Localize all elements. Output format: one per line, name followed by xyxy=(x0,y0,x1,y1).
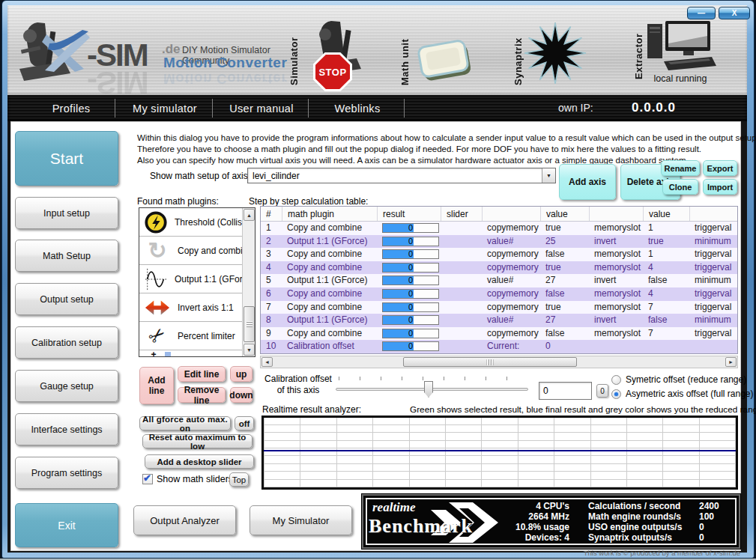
table-cell: 0 xyxy=(377,340,441,353)
my-simulator-button[interactable]: My Simulator xyxy=(250,505,352,535)
menu-separator xyxy=(404,99,405,118)
table-row[interactable]: 10Calibration offset0Current:0 xyxy=(261,340,737,353)
table-row[interactable]: 9Copy and combine0copymemoryfalsememorys… xyxy=(261,327,737,341)
sidebar-item-calibration-setup[interactable]: Calibration setup xyxy=(15,326,118,359)
chevron-down-icon[interactable]: ▼ xyxy=(542,168,555,183)
scroll-up-icon[interactable]: ▲ xyxy=(244,209,255,221)
table-header-cell: value xyxy=(643,207,689,221)
top-button[interactable]: Top xyxy=(229,472,249,487)
sidebar-item-gauge-setup[interactable]: Gauge setup xyxy=(15,370,118,402)
add-line-button[interactable]: Add line xyxy=(139,367,174,404)
calibration-offset-value: 0 xyxy=(543,386,548,396)
output-analyzer-button[interactable]: Output Analyzer xyxy=(133,505,236,535)
show-math-sliders-checkbox[interactable]: ✔ xyxy=(142,474,153,484)
axis-select-dropdown[interactable]: levi_cilinder ▼ xyxy=(247,168,556,183)
close-button[interactable]: X xyxy=(719,7,750,19)
result-bar-value: 0 xyxy=(383,302,438,313)
remove-line-button[interactable]: Remove line xyxy=(178,387,226,403)
menu-item-user-manual[interactable]: User manual xyxy=(217,95,306,121)
sidebar-item-interface-settings[interactable]: Interface settings xyxy=(15,413,118,445)
lightning-icon xyxy=(144,210,168,234)
table-cell: memoryslot xyxy=(589,222,643,235)
sidebar-item-program-settings[interactable]: Program settings xyxy=(15,457,118,489)
table-cell: triggerval xyxy=(689,261,738,275)
table-cell: 4 xyxy=(261,261,282,275)
plugins-listbox: Threshold (Collision) ↻ Copy and combine… xyxy=(139,207,255,357)
table-cell xyxy=(643,340,689,353)
table-cell: 6 xyxy=(261,287,282,301)
table-cell: 25 xyxy=(540,235,589,249)
sidebar-item-start[interactable]: Start xyxy=(15,131,118,186)
calibration-label-line1: Calibration offset xyxy=(261,374,336,384)
scroll-right-icon[interactable]: ► xyxy=(725,357,737,367)
table-row[interactable]: 2Output 1:1 (GForce)0value#25inverttruem… xyxy=(261,235,737,249)
gforce-off-button[interactable]: off xyxy=(235,416,254,430)
radio-icon[interactable] xyxy=(611,375,621,385)
table-cell: Copy and combine xyxy=(282,327,377,341)
table-cell: 1 xyxy=(643,222,689,235)
gforce-auto-max-on-button[interactable]: All gforce auto max. on xyxy=(139,416,231,430)
table-row[interactable]: 4Copy and combine0copymemorytruememorysl… xyxy=(261,261,737,275)
table-cell xyxy=(689,340,738,353)
clone-axis-button[interactable]: Clone xyxy=(662,179,698,195)
table-cell: Output 1:1 (GForce) xyxy=(282,274,377,287)
radio-asymetric-offset[interactable]: Asymetric axis offset (full range) xyxy=(611,389,754,399)
plugin-item-percent-limiter[interactable]: ✂ Percent limiter xyxy=(139,322,255,350)
plugins-scrollbar-thumb[interactable] xyxy=(244,306,255,342)
sine-wave-icon xyxy=(144,267,168,291)
menu-item-weblinks[interactable]: Weblinks xyxy=(313,95,402,121)
add-desktop-slider-button[interactable]: Add a desktop slider xyxy=(145,454,254,469)
import-axis-button[interactable]: Import xyxy=(703,179,737,195)
sidebar-item-output-setup[interactable]: Output setup xyxy=(15,283,118,315)
sidebar-item-math-setup[interactable]: Math Setup xyxy=(15,240,118,272)
minimize-button[interactable]: — xyxy=(687,7,716,19)
plugin-item-threshold[interactable]: Threshold (Collision) xyxy=(139,208,255,237)
radio-symetric-offset[interactable]: Symetric offset (reduce range) xyxy=(611,374,746,385)
table-row[interactable]: 6Copy and combine0copymemoryfalsememorys… xyxy=(261,287,737,301)
close-icon: X xyxy=(732,9,737,17)
own-ip-value: 0.0.0.0 xyxy=(632,100,676,115)
calibration-reset-button[interactable]: 0 xyxy=(596,384,608,398)
scroll-left-icon[interactable]: ◄ xyxy=(261,357,273,367)
plugin-item-copy-combine[interactable]: ↻ Copy and combine xyxy=(139,237,255,265)
edit-line-button[interactable]: Edit line xyxy=(178,366,226,382)
rename-axis-button[interactable]: Rename xyxy=(661,160,700,176)
table-row[interactable]: 3Copy and combine0copymemoryfalsememorys… xyxy=(261,248,737,261)
table-cell: value# xyxy=(482,235,540,249)
show-math-sliders-row: ✔ Show math sliders xyxy=(142,474,233,484)
table-row[interactable]: 1Copy and combine0copymemorytruememorysl… xyxy=(261,222,737,235)
table-cell xyxy=(441,274,482,287)
table-hscrollbar-thumb[interactable] xyxy=(403,357,577,367)
table-cell: false xyxy=(540,248,589,261)
result-bar: 0 xyxy=(382,329,439,338)
table-row[interactable]: 8Output 1:1 (GForce)0value#27invertfalse… xyxy=(261,314,737,327)
add-axis-button[interactable]: Add axis xyxy=(559,164,616,200)
scroll-down-icon[interactable]: ▼ xyxy=(244,344,255,356)
table-row[interactable]: 7Copy and combine0copymemorytruememorysl… xyxy=(261,301,737,314)
axis-selector-label: Show math setup of axis: xyxy=(150,171,250,181)
export-axis-button[interactable]: Export xyxy=(703,160,737,176)
plugin-item-output-gforce[interactable]: Output 1:1 (GForce) xyxy=(139,265,255,293)
plugins-scrollbar[interactable]: ▲ ▼ xyxy=(242,208,255,356)
module-label-simulator: Simulator xyxy=(288,22,300,85)
move-down-button[interactable]: down xyxy=(230,387,252,403)
reset-auto-maximum-button[interactable]: Reset auto maximum to low xyxy=(142,434,252,448)
radio-icon-selected[interactable] xyxy=(611,389,621,399)
logo-reflection: -SIM xyxy=(87,64,148,100)
table-cell: 4 xyxy=(643,261,689,275)
table-cell xyxy=(441,261,482,275)
table-cell: minimum xyxy=(689,314,738,327)
table-cell: 0 xyxy=(377,287,441,301)
calibration-slider-ticks xyxy=(339,377,526,380)
sidebar-item-exit[interactable]: Exit xyxy=(15,503,118,547)
plugin-item-invert-axis[interactable]: Invert axis 1:1 xyxy=(139,293,255,322)
table-row[interactable]: 5Output 1:1 (GForce)0value#27invertfalse… xyxy=(261,274,737,287)
sidebar-item-input-setup[interactable]: Input setup xyxy=(15,197,118,229)
table-cell: copymemory xyxy=(482,261,540,275)
calibration-offset-input[interactable]: 0 xyxy=(539,382,592,400)
move-up-button[interactable]: up xyxy=(230,366,252,382)
radio-symetric-label: Symetric offset (reduce range) xyxy=(626,374,746,385)
application-window: -SIM .de DIY Motion Simulator Community … xyxy=(0,0,756,560)
table-hscrollbar[interactable]: ◄ ► xyxy=(260,356,738,368)
logo-product: Motion Converter xyxy=(163,55,287,71)
